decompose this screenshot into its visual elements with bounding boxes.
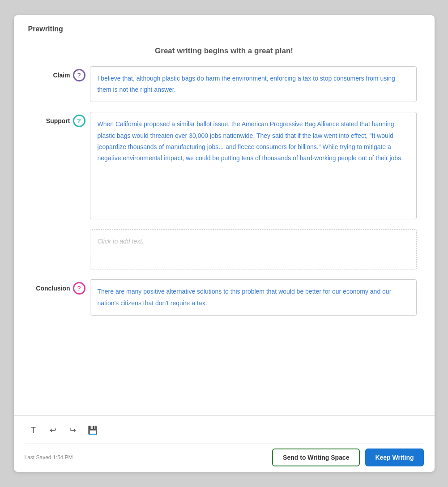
conclusion-label-group: Conclusion ? [32,279,90,295]
card-header: Prewriting [14,15,435,38]
main-card: Prewriting Great writing begins with a g… [14,15,435,472]
support-row: Support ? When California proposed a sim… [32,112,417,219]
keep-writing-button[interactable]: Keep Writing [365,449,423,466]
claim-text: I believe that, although plastic bags do… [98,75,395,93]
card-footer: T ↩ ↪ 💾 Last Saved 1:54 PM Send to Writi… [14,415,435,472]
footer-bottom: Last Saved 1:54 PM Send to Writing Space… [25,449,424,466]
support-text: When California proposed a similar ballo… [98,120,403,162]
empty-row: Click to add text. [32,229,417,269]
empty-text-box[interactable]: Click to add text. [90,229,417,269]
support-help-icon[interactable]: ? [73,115,85,127]
send-to-writing-space-button[interactable]: Send to Writing Space [272,449,360,466]
claim-label: Claim [53,72,70,79]
conclusion-text: There are many positive alternative solu… [98,288,392,306]
claim-label-group: Claim ? [32,66,90,81]
section-heading: Great writing begins with a great plan! [32,47,417,56]
page-title: Prewriting [28,25,63,33]
toolbar: T ↩ ↪ 💾 [25,421,424,444]
conclusion-label: Conclusion [36,285,70,292]
empty-placeholder: Click to add text. [98,236,144,247]
redo-button[interactable]: ↪ [64,421,82,439]
support-label-group: Support ? [32,112,90,127]
conclusion-help-icon[interactable]: ? [73,282,85,295]
conclusion-text-box[interactable]: There are many positive alternative solu… [90,279,417,315]
support-text-box[interactable]: When California proposed a similar ballo… [90,112,417,219]
claim-text-box[interactable]: I believe that, although plastic bags do… [90,66,417,102]
conclusion-row: Conclusion ? There are many positive alt… [32,279,417,315]
footer-buttons: Send to Writing Space Keep Writing [272,449,423,466]
text-format-button[interactable]: T [25,421,43,439]
empty-label-group [32,229,90,232]
last-saved: Last Saved 1:54 PM [25,454,73,461]
save-button[interactable]: 💾 [84,421,102,439]
support-label: Support [46,117,70,124]
card-body: Great writing begins with a great plan! … [14,38,435,415]
claim-row: Claim ? I believe that, although plastic… [32,66,417,102]
undo-button[interactable]: ↩ [44,421,62,439]
claim-help-icon[interactable]: ? [73,69,85,81]
